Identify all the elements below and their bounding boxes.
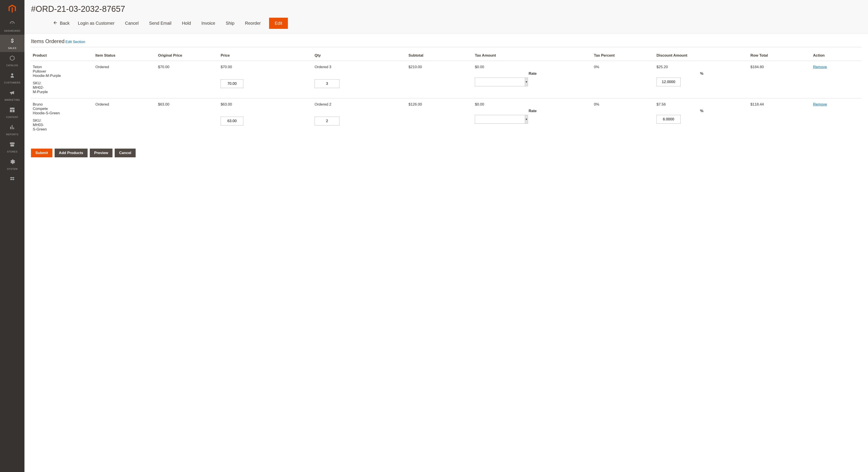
th-price: Price	[219, 51, 313, 61]
cube-icon	[9, 55, 15, 63]
table-row: TetonPulloverHoodie-M-Purple SKU:MH02-M-…	[31, 61, 862, 98]
th-discount-amount: Discount Amount	[655, 51, 749, 61]
discount-amount: $7.56	[657, 102, 747, 107]
rate-label: Rate	[475, 71, 590, 76]
sidebar-label: DASHBOARD	[4, 30, 20, 32]
action-bar: Back Login as Customer Cancel Send Email…	[31, 16, 862, 31]
sidebar-label: SYSTEM	[7, 168, 18, 170]
qty-ordered: Ordered 2	[314, 102, 405, 107]
price-input[interactable]	[221, 117, 243, 125]
th-subtotal: Subtotal	[407, 51, 473, 61]
hold-button[interactable]: Hold	[180, 18, 193, 29]
page-header: #ORD-21-03-2032-87657 Back Login as Cust…	[25, 0, 868, 33]
th-qty: Qty	[313, 51, 407, 61]
sidebar-item-extensions[interactable]	[0, 173, 25, 187]
store-icon	[9, 141, 15, 149]
chevron-down-icon: ▼	[525, 118, 528, 121]
invoice-button[interactable]: Invoice	[199, 18, 217, 29]
sidebar-item-reports[interactable]: REPORTS	[0, 121, 25, 138]
chevron-down-icon: ▼	[525, 81, 528, 84]
tax-amount: $0.00	[475, 102, 590, 107]
reorder-button[interactable]: Reorder	[243, 18, 263, 29]
ship-button[interactable]: Ship	[223, 18, 237, 29]
th-tax-amount: Tax Amount	[473, 51, 592, 61]
product-sku: SKU:MH02-M-Purple	[33, 81, 92, 94]
row-total: $118.44	[749, 98, 811, 136]
preview-button[interactable]: Preview	[90, 149, 113, 157]
qty-ordered: Ordered 3	[314, 65, 405, 69]
discount-pct-input[interactable]	[657, 78, 681, 86]
section-title: Items Ordered	[31, 38, 64, 45]
magento-logo[interactable]	[0, 0, 25, 18]
person-icon	[9, 72, 15, 80]
sidebar-item-customers[interactable]: CUSTOMERS	[0, 69, 25, 87]
dollar-icon	[9, 38, 15, 46]
cancel-order-button[interactable]: Cancel	[123, 18, 141, 29]
send-email-button[interactable]: Send Email	[147, 18, 174, 29]
cancel-button[interactable]: Cancel	[115, 149, 136, 157]
row-total: $184.80	[749, 61, 811, 98]
item-status: Ordered	[94, 61, 156, 98]
page-title: #ORD-21-03-2032-87657	[31, 4, 862, 14]
edit-button[interactable]: Edit	[269, 18, 288, 29]
pct-label: %	[657, 109, 747, 113]
subtotal: $210.00	[407, 61, 473, 98]
back-label: Back	[60, 21, 69, 26]
tax-rate-input[interactable]	[475, 78, 525, 86]
item-status: Ordered	[94, 98, 156, 136]
tax-percent: 0%	[592, 61, 655, 98]
price-display: $70.00	[221, 65, 311, 69]
bar-chart-icon	[9, 124, 15, 132]
bottom-actions: Submit Add Products Preview Cancel	[31, 149, 862, 157]
edit-section-link[interactable]: Edit Section	[65, 40, 85, 44]
admin-sidebar: DASHBOARD SALES CATALOG CUSTOMERS MARKET	[0, 0, 25, 472]
back-button[interactable]: Back	[53, 20, 69, 26]
sidebar-item-dashboard[interactable]: DASHBOARD	[0, 18, 25, 35]
original-price: $63.00	[156, 98, 219, 136]
original-price: $70.00	[156, 61, 219, 98]
sidebar-label: CONTENT	[6, 116, 19, 118]
sidebar-item-sales[interactable]: SALES	[0, 35, 25, 52]
remove-link[interactable]: Remove	[813, 102, 827, 107]
th-product: Product	[31, 51, 94, 61]
dashboard-icon	[9, 21, 15, 28]
items-ordered-table: Product Item Status Original Price Price…	[31, 51, 862, 136]
sidebar-label: SALES	[8, 47, 17, 49]
price-input[interactable]	[221, 79, 243, 88]
sidebar-label: REPORTS	[6, 133, 18, 136]
th-tax-percent: Tax Percent	[592, 51, 655, 61]
table-row: BrunoCompeteHoodie-S-Green SKU:MH03-S-Gr…	[31, 98, 862, 136]
subtotal: $126.00	[407, 98, 473, 136]
sidebar-item-marketing[interactable]: MARKETING	[0, 87, 25, 104]
sidebar-item-content[interactable]: CONTENT	[0, 104, 25, 121]
tax-rate-dropdown[interactable]: ▼	[525, 78, 528, 86]
price-display: $63.00	[221, 102, 311, 107]
product-name: TetonPulloverHoodie-M-Purple	[33, 65, 92, 78]
section-header: Items Ordered Edit Section	[31, 38, 862, 47]
discount-pct-input[interactable]	[657, 115, 681, 124]
remove-link[interactable]: Remove	[813, 65, 827, 69]
rate-label: Rate	[475, 109, 590, 113]
bullhorn-icon	[9, 90, 15, 97]
add-products-button[interactable]: Add Products	[55, 149, 88, 157]
tax-rate-dropdown[interactable]: ▼	[525, 115, 528, 124]
sidebar-label: MARKETING	[5, 98, 20, 101]
sidebar-item-system[interactable]: SYSTEM	[0, 155, 25, 173]
qty-input[interactable]	[314, 79, 339, 88]
layout-icon	[9, 107, 15, 115]
main-content: #ORD-21-03-2032-87657 Back Login as Cust…	[25, 0, 868, 472]
sidebar-label: CUSTOMERS	[4, 81, 21, 84]
qty-input[interactable]	[314, 117, 339, 125]
blocks-icon	[9, 176, 15, 183]
tax-percent: 0%	[592, 98, 655, 136]
tax-rate-input[interactable]	[475, 115, 525, 124]
sidebar-item-stores[interactable]: STORES	[0, 138, 25, 155]
tax-amount: $0.00	[475, 65, 590, 69]
th-item-status: Item Status	[94, 51, 156, 61]
product-sku: SKU:MH03-S-Green	[33, 118, 92, 131]
th-row-total: Row Total	[749, 51, 811, 61]
sidebar-item-catalog[interactable]: CATALOG	[0, 52, 25, 69]
sidebar-label: STORES	[7, 150, 18, 153]
login-as-customer-button[interactable]: Login as Customer	[75, 18, 117, 29]
submit-button[interactable]: Submit	[31, 149, 53, 157]
